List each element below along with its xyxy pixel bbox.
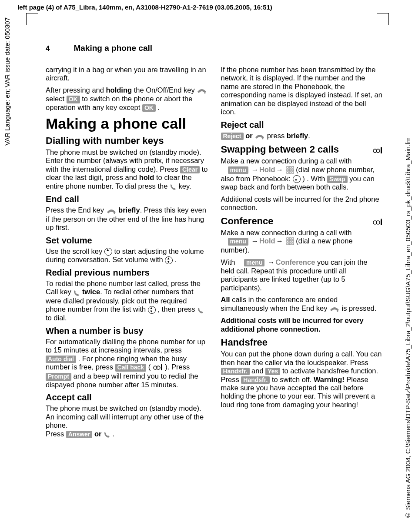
para-redial: To redial the phone number last called, … bbox=[46, 279, 208, 323]
heading-reject: Reject call bbox=[221, 120, 383, 130]
svg-rect-13 bbox=[292, 166, 294, 168]
call-key-icon-3 bbox=[197, 306, 204, 314]
menu-label-3: menu bbox=[244, 259, 264, 266]
heading-busy: When a number is busy bbox=[46, 326, 208, 336]
page-content: 4 Making a phone call carrying it in a b… bbox=[46, 43, 383, 442]
svg-rect-15 bbox=[289, 169, 291, 171]
heading-handsfree: Handsfree bbox=[221, 337, 383, 348]
var-side-text: VAR Language: en; VAR issue date: 050307 bbox=[3, 17, 11, 146]
para-carrying: carrying it in a bag or when you are tra… bbox=[46, 66, 208, 83]
svg-point-5 bbox=[161, 364, 162, 365]
call-key-icon-6 bbox=[221, 237, 228, 246]
svg-rect-9 bbox=[381, 148, 382, 153]
svg-rect-22 bbox=[381, 220, 382, 225]
svg-rect-14 bbox=[287, 169, 288, 171]
ok-label-2: OK bbox=[142, 104, 156, 112]
clear-label: Clear bbox=[180, 166, 200, 173]
svg-rect-31 bbox=[289, 243, 291, 245]
svg-rect-25 bbox=[289, 238, 291, 239]
svg-point-1 bbox=[114, 213, 115, 214]
call-key-icon-5 bbox=[221, 166, 228, 174]
svg-rect-16 bbox=[292, 169, 294, 171]
heading-set-volume: Set volume bbox=[46, 236, 208, 246]
swap-label: Swap bbox=[327, 176, 348, 183]
svg-rect-18 bbox=[289, 172, 291, 173]
svg-point-33 bbox=[337, 311, 338, 312]
para-handsfree: You can put the phone down during a call… bbox=[221, 350, 383, 409]
heading-redial: Redial previous numbers bbox=[46, 268, 208, 278]
page-title: Making a phone call bbox=[74, 43, 152, 53]
svg-rect-12 bbox=[289, 166, 291, 168]
menu-label: menu bbox=[228, 166, 248, 174]
answer-label: Answer bbox=[66, 431, 93, 438]
build-info-line: left page (4) of A75_Libra, 140mm, en, A… bbox=[17, 3, 272, 11]
call-key-icon-4 bbox=[104, 430, 110, 439]
callback-label: Call back bbox=[115, 364, 146, 371]
svg-rect-30 bbox=[287, 243, 288, 245]
svg-rect-27 bbox=[287, 240, 288, 242]
keypad-icon-2 bbox=[286, 237, 294, 246]
keypad-icon bbox=[286, 166, 294, 175]
copyright-path: © Siemens AG 2004, C:\Siemens\DTP-Satz\P… bbox=[404, 137, 412, 519]
svg-point-0 bbox=[204, 93, 206, 94]
heading-swapping: Swapping between 2 calls bbox=[221, 144, 383, 155]
handsfr-label: Handsfr. bbox=[221, 368, 250, 375]
scroll-updown-icon bbox=[165, 256, 173, 264]
para-busy: For automatically dialling the phone num… bbox=[46, 338, 208, 389]
svg-rect-28 bbox=[289, 240, 291, 242]
para-accept: The phone must be switched on (standby m… bbox=[46, 404, 208, 439]
para-set-volume: Use the scroll key to start adjusting th… bbox=[46, 247, 208, 264]
ok-label: OK bbox=[67, 96, 80, 103]
svg-point-23 bbox=[381, 219, 382, 220]
para-swap: Make a new connection during a call with… bbox=[221, 157, 383, 192]
svg-point-6 bbox=[262, 138, 264, 140]
crop-mark-tl bbox=[26, 13, 38, 25]
end-key-icon bbox=[197, 86, 207, 95]
svg-rect-32 bbox=[292, 243, 294, 245]
yes-label: Yes bbox=[265, 368, 280, 375]
para-swap-cost: Additional costs will be incurred for th… bbox=[221, 195, 383, 212]
svg-rect-29 bbox=[292, 240, 294, 242]
network-feature-icon-2 bbox=[372, 145, 383, 156]
call-key-icon-7 bbox=[237, 258, 244, 266]
reject-label: Reject bbox=[221, 133, 244, 140]
svg-rect-24 bbox=[287, 238, 288, 239]
prompt-label: Prompt bbox=[46, 373, 71, 380]
heading-dialling: Dialling with number keys bbox=[46, 135, 208, 146]
svg-rect-17 bbox=[287, 172, 288, 173]
para-conf-new: Make a new connection during a call with… bbox=[221, 229, 383, 255]
para-reject: Reject or press briefly. bbox=[221, 132, 383, 140]
svg-point-10 bbox=[381, 147, 382, 148]
handsfr-label-2: Handsfr. bbox=[241, 376, 270, 384]
svg-rect-26 bbox=[292, 238, 294, 239]
svg-rect-4 bbox=[161, 365, 162, 370]
heading-accept: Accept call bbox=[46, 392, 208, 402]
heading-end-call: End call bbox=[46, 194, 208, 204]
network-feature-icon-3 bbox=[372, 216, 383, 228]
page-header: 4 Making a phone call bbox=[46, 43, 383, 55]
para-conf-join: With menu →Conference you can join the h… bbox=[221, 258, 383, 293]
para-dialling: The phone must be switched on (standby m… bbox=[46, 148, 208, 191]
para-switch-on: After pressing and holding the On/Off/En… bbox=[46, 86, 208, 112]
scroll-updown-icon-2 bbox=[148, 306, 156, 314]
para-caller-id: If the phone number has been transmitted… bbox=[221, 66, 383, 116]
heading-conference: Conference bbox=[221, 216, 383, 227]
para-end-call: Press the End key briefly. Press this ke… bbox=[46, 206, 208, 232]
crop-mark-tr bbox=[377, 13, 389, 25]
para-conf-end: All calls in the conference are ended si… bbox=[221, 296, 383, 313]
network-feature-icon bbox=[153, 363, 163, 372]
autodial-label: Auto dial bbox=[46, 356, 76, 363]
scroll-down-icon bbox=[293, 175, 301, 183]
scroll-up-icon bbox=[104, 248, 112, 256]
end-key-icon-3 bbox=[254, 132, 265, 140]
svg-rect-19 bbox=[292, 172, 294, 173]
heading-making-call: Making a phone call bbox=[46, 116, 208, 132]
svg-rect-11 bbox=[287, 166, 288, 168]
end-key-icon-2 bbox=[106, 206, 117, 215]
end-key-icon-4 bbox=[329, 305, 340, 313]
call-key-icon-2 bbox=[73, 288, 80, 296]
page-number: 4 bbox=[46, 44, 50, 53]
para-conf-cost: Additional costs will be incurred for ev… bbox=[221, 316, 383, 333]
call-key-icon bbox=[170, 183, 177, 191]
menu-label-2: menu bbox=[228, 238, 248, 245]
